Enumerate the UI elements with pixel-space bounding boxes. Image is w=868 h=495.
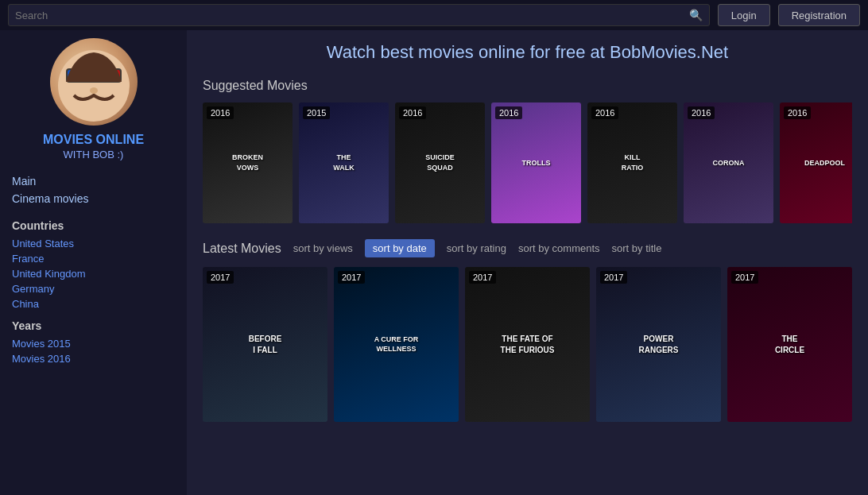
sort-by-views[interactable]: sort by views [293, 242, 353, 254]
logo-area: MOVIES ONLINE WITH BOB :) [12, 38, 175, 160]
year-badge: 2017 [600, 271, 627, 284]
movie-card-suicide-squad[interactable]: 2016 SUICIDESQUAD [395, 102, 485, 223]
movie-title: KILLRATIO [592, 153, 673, 172]
logo-sub: WITH BOB :) [64, 149, 124, 160]
movie-title: TROLLS [496, 158, 577, 168]
search-button[interactable]: 🔍 [689, 9, 703, 21]
latest-section-header: Latest Movies sort by views sort by date… [203, 239, 852, 257]
movie-title: BEFOREI FALL [209, 334, 321, 356]
year-badge: 2016 [207, 106, 234, 119]
sort-by-rating[interactable]: sort by rating [447, 242, 506, 254]
year-2016[interactable]: Movies 2016 [12, 351, 175, 366]
countries-list: United States France United Kingdom Germ… [12, 236, 175, 311]
nav-cinema[interactable]: Cinema movies [12, 190, 175, 207]
movie-card-before-fall[interactable]: 2017 BEFOREI FALL [203, 267, 327, 422]
search-input[interactable] [15, 10, 689, 21]
page-title: Watch best movies online for free at Bob… [203, 42, 852, 63]
years-list: Movies 2015 Movies 2016 [12, 336, 175, 366]
movie-title: THEWALK [304, 153, 385, 172]
year-badge: 2016 [495, 106, 522, 119]
sort-by-comments[interactable]: sort by comments [518, 242, 600, 254]
movie-title: BROKENVOWS [207, 153, 289, 172]
year-2015[interactable]: Movies 2015 [12, 336, 175, 351]
latest-section-title: Latest Movies [203, 242, 281, 256]
years-title: Years [12, 319, 175, 332]
year-badge: 2017 [207, 271, 234, 284]
sidebar-nav: Main Cinema movies [12, 172, 175, 207]
latest-movies-row: 2017 BEFOREI FALL 2017 A CURE FORWELLNES… [203, 267, 852, 422]
country-germany[interactable]: Germany [12, 281, 175, 296]
year-badge: 2017 [469, 271, 496, 284]
movie-card-deadpool[interactable]: 2016 DEADPOOL [780, 102, 852, 223]
sidebar: MOVIES ONLINE WITH BOB :) Main Cinema mo… [0, 30, 187, 495]
svg-point-5 [90, 87, 98, 94]
logo-image [50, 38, 138, 126]
sort-by-title[interactable]: sort by title [612, 242, 662, 254]
movie-card-cure-wellness[interactable]: 2017 A CURE FORWELLNESS [334, 267, 459, 422]
sort-by-date[interactable]: sort by date [365, 239, 435, 257]
nav-main[interactable]: Main [12, 172, 175, 190]
login-button[interactable]: Login [718, 4, 770, 26]
suggested-movies-row: 2016 BROKENVOWS 2015 THEWALK 2016 SUICID… [203, 102, 852, 223]
year-badge: 2016 [399, 106, 426, 119]
logo-text: MOVIES ONLINE [43, 132, 144, 149]
movie-title: POWERRANGERS [603, 334, 715, 356]
movie-card-power-rangers[interactable]: 2017 POWERRANGERS [596, 267, 721, 422]
movie-card-the-circle[interactable]: 2017 THECIRCLE [727, 267, 852, 422]
movie-title: CORONA [688, 158, 769, 168]
movie-card-fate-furious[interactable]: 2017 THE FATE OFTHE FURIOUS [465, 267, 590, 422]
search-wrapper: 🔍 [8, 4, 710, 26]
movie-title: THE FATE OFTHE FURIOUS [471, 334, 583, 356]
topbar: 🔍 Login Registration [0, 0, 868, 30]
movie-title: THECIRCLE [734, 334, 846, 356]
year-badge: 2016 [688, 106, 715, 119]
logo-svg [50, 38, 138, 126]
movie-card-the-walk[interactable]: 2015 THEWALK [299, 102, 389, 223]
movie-card-trolls[interactable]: 2016 TROLLS [491, 102, 581, 223]
year-badge: 2017 [338, 271, 365, 284]
movie-title: A CURE FORWELLNESS [340, 335, 452, 354]
year-badge: 2016 [591, 106, 618, 119]
movie-title: SUICIDESQUAD [400, 153, 481, 172]
country-united-states[interactable]: United States [12, 236, 175, 251]
year-badge: 2016 [784, 106, 811, 119]
country-united-kingdom[interactable]: United Kingdom [12, 266, 175, 281]
movie-card-corona[interactable]: 2016 CORONA [684, 102, 773, 223]
movie-card-kill-ratio[interactable]: 2016 KILLRATIO [587, 102, 677, 223]
country-china[interactable]: China [12, 296, 175, 311]
register-button[interactable]: Registration [778, 4, 860, 26]
year-badge: 2015 [303, 106, 330, 119]
movie-card-broken-vows[interactable]: 2016 BROKENVOWS [203, 102, 293, 223]
main-content: Watch best movies online for free at Bob… [187, 30, 868, 495]
year-badge: 2017 [731, 271, 758, 284]
movie-title: DEADPOOL [785, 158, 852, 168]
suggested-section-title: Suggested Movies [203, 79, 852, 93]
layout: MOVIES ONLINE WITH BOB :) Main Cinema mo… [0, 30, 868, 495]
countries-title: Countries [12, 219, 175, 232]
country-france[interactable]: France [12, 251, 175, 266]
